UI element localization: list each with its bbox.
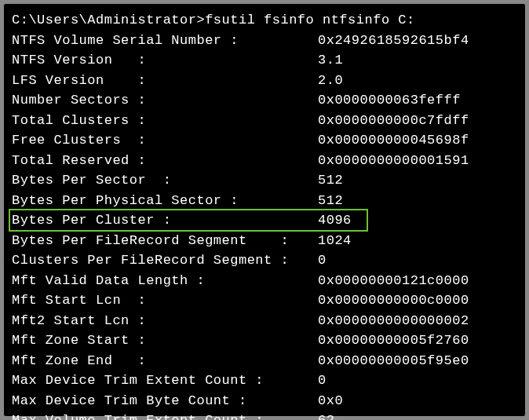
row-value: 3.1	[318, 50, 343, 71]
output-row: Mft Start Lcn : 0x00000000000c0000	[12, 290, 517, 311]
prompt-line: C:\Users\Administrator>fsutil fsinfo ntf…	[12, 10, 517, 31]
row-value: 0x0000000000c7fdff	[318, 111, 469, 131]
row-value: 1024	[318, 231, 352, 251]
output-row: Free Clusters : 0x000000000045698f	[12, 130, 517, 151]
row-label: Max Device Trim Byte Count :	[12, 391, 318, 411]
output-row: Mft Zone Start : 0x00000000005f2760	[12, 331, 517, 351]
row-label: Number Sectors :	[12, 90, 318, 111]
output-row: Max Device Trim Byte Count : 0x0	[12, 391, 517, 411]
row-label: Total Reserved :	[12, 151, 318, 171]
row-label: Mft2 Start Lcn :	[12, 311, 318, 331]
row-value: 4096	[318, 210, 352, 231]
output-row: Total Reserved : 0x0000000000001591	[12, 151, 517, 171]
row-label: LFS Version :	[12, 71, 318, 91]
row-value: 0x0000000000001591	[318, 151, 469, 171]
row-label: Mft Zone End :	[12, 351, 318, 371]
row-value: 0x2492618592615bf4	[318, 31, 469, 51]
output-rows: NTFS Volume Serial Number : 0x2492618592…	[12, 31, 517, 421]
output-row: Max Volume Trim Extent Count : 62	[12, 411, 517, 420]
row-label: Total Clusters :	[12, 111, 318, 131]
row-value: 512	[318, 170, 343, 191]
output-row: NTFS Version : 3.1	[12, 50, 517, 71]
row-value: 0x00000000000c0000	[318, 290, 469, 311]
row-value: 0x0	[318, 391, 343, 411]
row-label: Mft Start Lcn :	[12, 290, 318, 311]
output-row: Bytes Per Cluster : 4096	[12, 210, 517, 231]
row-label: NTFS Version :	[12, 50, 318, 71]
row-value: 0x000000000045698f	[318, 130, 469, 151]
output-row: Mft2 Start Lcn : 0x0000000000000002	[12, 311, 517, 331]
row-value: 0x0000000000000002	[318, 311, 469, 331]
row-value: 0x0000000063fefff	[318, 90, 461, 111]
output-row: Bytes Per Physical Sector : 512	[12, 191, 517, 211]
row-value: 512	[318, 191, 343, 211]
row-label: Max Volume Trim Extent Count :	[12, 411, 318, 420]
row-label: Clusters Per FileRecord Segment :	[12, 250, 318, 271]
row-label: Free Clusters :	[12, 130, 318, 151]
row-value: 0	[318, 250, 327, 271]
row-value: 0x00000000005f2760	[318, 331, 469, 351]
output-row: LFS Version : 2.0	[12, 71, 517, 91]
command-text: fsutil fsinfo ntfsinfo C:	[205, 13, 415, 27]
row-label: Mft Valid Data Length :	[12, 271, 318, 291]
row-value: 2.0	[318, 71, 343, 91]
row-label: NTFS Volume Serial Number :	[12, 31, 318, 51]
output-row: Bytes Per Sector : 512	[12, 170, 517, 191]
row-value: 0	[318, 371, 327, 391]
output-row: Mft Zone End : 0x00000000005f95e0	[12, 351, 517, 371]
output-row: Total Clusters : 0x0000000000c7fdff	[12, 111, 517, 131]
output-row: Max Device Trim Extent Count : 0	[12, 371, 517, 391]
row-label: Bytes Per Physical Sector :	[12, 191, 318, 211]
row-label: Mft Zone Start :	[12, 331, 318, 351]
prompt-text: C:\Users\Administrator>	[12, 13, 205, 27]
output-row: Number Sectors : 0x0000000063fefff	[12, 90, 517, 111]
row-label: Max Device Trim Extent Count :	[12, 371, 318, 391]
row-value: 0x00000000121c0000	[318, 271, 469, 291]
output-row: Mft Valid Data Length : 0x00000000121c00…	[12, 271, 517, 291]
terminal[interactable]: C:\Users\Administrator>fsutil fsinfo ntf…	[4, 4, 525, 416]
row-label: Bytes Per Cluster :	[12, 210, 318, 231]
row-value: 0x00000000005f95e0	[318, 351, 469, 371]
output-row: Clusters Per FileRecord Segment : 0	[12, 250, 517, 271]
row-label: Bytes Per Sector :	[12, 170, 318, 191]
output-row: NTFS Volume Serial Number : 0x2492618592…	[12, 31, 517, 51]
output-row: Bytes Per FileRecord Segment : 1024	[12, 231, 517, 251]
row-value: 62	[318, 411, 334, 420]
row-label: Bytes Per FileRecord Segment :	[12, 231, 318, 251]
